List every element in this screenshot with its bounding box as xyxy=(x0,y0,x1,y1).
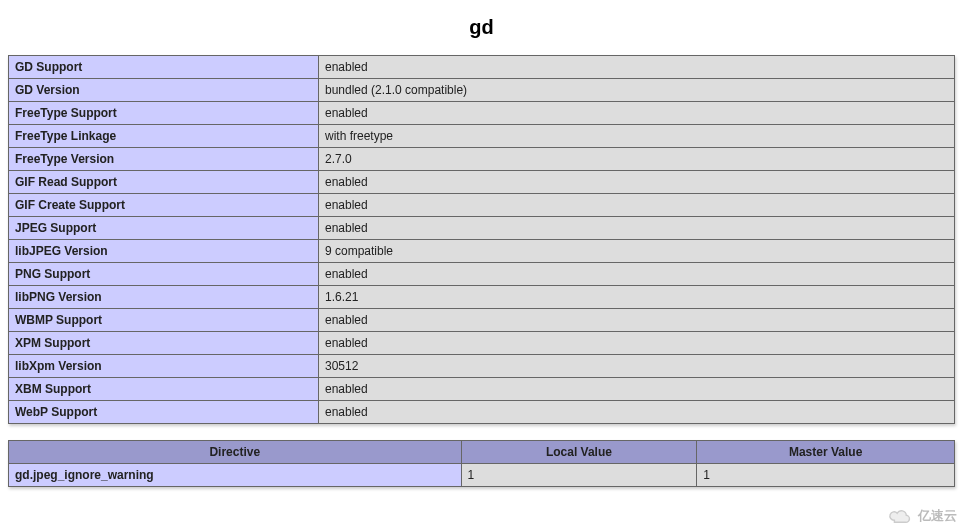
info-value: 30512 xyxy=(319,355,955,378)
table-row: GD Versionbundled (2.1.0 compatible) xyxy=(9,79,955,102)
table-row: libXpm Version30512 xyxy=(9,355,955,378)
info-value: enabled xyxy=(319,56,955,79)
section-title: gd xyxy=(8,16,955,39)
directive-master-value: 1 xyxy=(697,464,955,487)
col-local-value: Local Value xyxy=(461,441,697,464)
info-value: enabled xyxy=(319,217,955,240)
info-value: bundled (2.1.0 compatible) xyxy=(319,79,955,102)
info-label: libXpm Version xyxy=(9,355,319,378)
table-row: FreeType Supportenabled xyxy=(9,102,955,125)
info-label: GIF Read Support xyxy=(9,171,319,194)
table-row: WebP Supportenabled xyxy=(9,401,955,424)
table-row: libPNG Version1.6.21 xyxy=(9,286,955,309)
info-value: enabled xyxy=(319,171,955,194)
table-row: FreeType Linkagewith freetype xyxy=(9,125,955,148)
info-label: XBM Support xyxy=(9,378,319,401)
table-row: PNG Supportenabled xyxy=(9,263,955,286)
info-label: GIF Create Support xyxy=(9,194,319,217)
info-label: GD Version xyxy=(9,79,319,102)
info-label: GD Support xyxy=(9,56,319,79)
directive-header-row: Directive Local Value Master Value xyxy=(9,441,955,464)
info-label: libJPEG Version xyxy=(9,240,319,263)
info-value: enabled xyxy=(319,263,955,286)
info-value: enabled xyxy=(319,378,955,401)
info-label: FreeType Version xyxy=(9,148,319,171)
info-label: FreeType Linkage xyxy=(9,125,319,148)
info-value: 9 compatible xyxy=(319,240,955,263)
info-label: PNG Support xyxy=(9,263,319,286)
table-row: WBMP Supportenabled xyxy=(9,309,955,332)
table-row: FreeType Version2.7.0 xyxy=(9,148,955,171)
table-row: XBM Supportenabled xyxy=(9,378,955,401)
info-label: JPEG Support xyxy=(9,217,319,240)
col-directive: Directive xyxy=(9,441,462,464)
info-value: with freetype xyxy=(319,125,955,148)
info-value: 1.6.21 xyxy=(319,286,955,309)
info-table: GD SupportenabledGD Versionbundled (2.1.… xyxy=(8,55,955,424)
info-value: enabled xyxy=(319,401,955,424)
info-label: FreeType Support xyxy=(9,102,319,125)
info-label: WBMP Support xyxy=(9,309,319,332)
table-row: GIF Create Supportenabled xyxy=(9,194,955,217)
info-value: enabled xyxy=(319,332,955,355)
watermark-logo: 亿速云 xyxy=(886,507,957,511)
directive-table: Directive Local Value Master Value gd.jp… xyxy=(8,440,955,487)
table-row: GD Supportenabled xyxy=(9,56,955,79)
table-row: XPM Supportenabled xyxy=(9,332,955,355)
table-row: JPEG Supportenabled xyxy=(9,217,955,240)
table-row: libJPEG Version9 compatible xyxy=(9,240,955,263)
info-value: 2.7.0 xyxy=(319,148,955,171)
table-row: GIF Read Supportenabled xyxy=(9,171,955,194)
info-label: libPNG Version xyxy=(9,286,319,309)
info-value: enabled xyxy=(319,194,955,217)
directive-name: gd.jpeg_ignore_warning xyxy=(9,464,462,487)
directive-local-value: 1 xyxy=(461,464,697,487)
col-master-value: Master Value xyxy=(697,441,955,464)
info-value: enabled xyxy=(319,102,955,125)
table-row: gd.jpeg_ignore_warning11 xyxy=(9,464,955,487)
watermark-text: 亿速云 xyxy=(918,507,957,511)
info-label: WebP Support xyxy=(9,401,319,424)
info-label: XPM Support xyxy=(9,332,319,355)
info-value: enabled xyxy=(319,309,955,332)
